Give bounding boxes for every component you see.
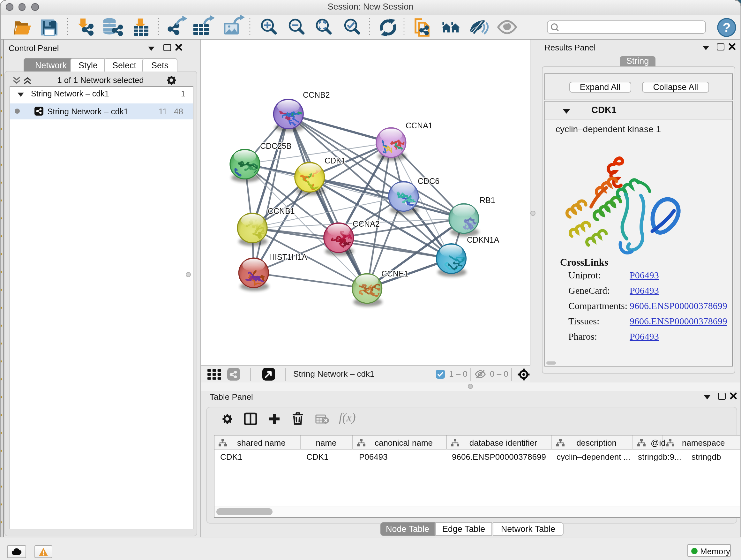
svg-text:CDK1: CDK1 bbox=[324, 156, 346, 165]
svg-text:?: ? bbox=[723, 20, 731, 35]
svg-text:CDC25B: CDC25B bbox=[260, 141, 291, 150]
svg-text:CCNE1: CCNE1 bbox=[381, 269, 408, 278]
svg-text:CDC6: CDC6 bbox=[417, 177, 439, 186]
svg-text:CCNA1: CCNA1 bbox=[405, 121, 432, 130]
svg-text:CDKN1A: CDKN1A bbox=[467, 235, 499, 244]
svg-text:RB1: RB1 bbox=[479, 196, 495, 205]
svg-text:HIST1H1A: HIST1H1A bbox=[269, 253, 307, 261]
svg-text:CCNB1: CCNB1 bbox=[267, 206, 294, 215]
svg-text:CCNA2: CCNA2 bbox=[352, 219, 380, 228]
svg-text:CCNB2: CCNB2 bbox=[302, 90, 330, 99]
